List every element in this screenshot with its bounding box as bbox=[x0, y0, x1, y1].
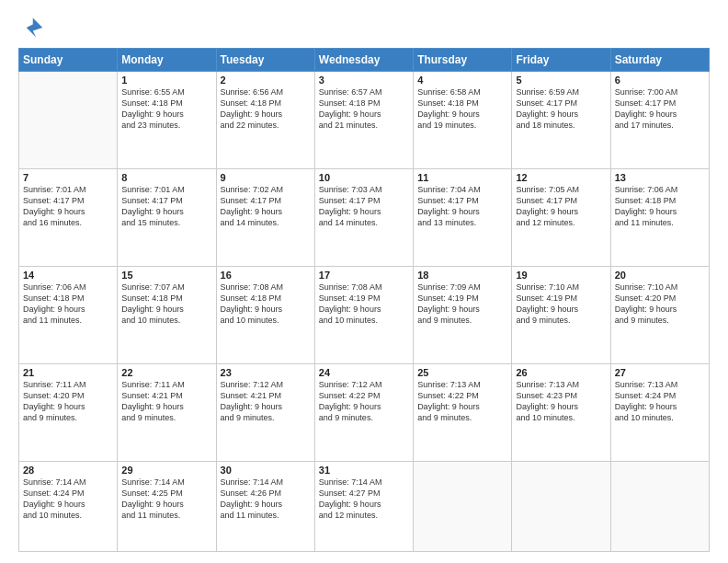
day-number: 22 bbox=[121, 367, 211, 378]
day-number: 30 bbox=[221, 465, 311, 476]
calendar-cell: 22Sunrise: 7:11 AM Sunset: 4:21 PM Dayli… bbox=[118, 363, 216, 461]
calendar-cell: 26Sunrise: 7:13 AM Sunset: 4:23 PM Dayli… bbox=[512, 363, 610, 461]
cell-info: Sunrise: 7:14 AM Sunset: 4:25 PM Dayligh… bbox=[121, 477, 211, 522]
weekday-monday: Monday bbox=[118, 49, 216, 72]
calendar-cell: 27Sunrise: 7:13 AM Sunset: 4:24 PM Dayli… bbox=[610, 363, 709, 461]
calendar-cell: 24Sunrise: 7:12 AM Sunset: 4:22 PM Dayli… bbox=[314, 363, 413, 461]
day-number: 27 bbox=[615, 367, 705, 378]
day-number: 15 bbox=[121, 270, 211, 281]
day-number: 25 bbox=[417, 367, 507, 378]
calendar-cell: 17Sunrise: 7:08 AM Sunset: 4:19 PM Dayli… bbox=[314, 266, 413, 363]
day-number: 16 bbox=[221, 270, 311, 281]
calendar-cell bbox=[414, 461, 512, 552]
day-number: 9 bbox=[221, 172, 311, 183]
day-number: 21 bbox=[23, 367, 113, 378]
day-number: 29 bbox=[121, 465, 211, 476]
day-number: 19 bbox=[516, 270, 606, 281]
calendar-cell: 8Sunrise: 7:01 AM Sunset: 4:17 PM Daylig… bbox=[118, 168, 216, 266]
cell-info: Sunrise: 7:00 AM Sunset: 4:17 PM Dayligh… bbox=[615, 86, 705, 132]
day-number: 18 bbox=[417, 270, 507, 281]
day-number: 11 bbox=[417, 172, 507, 183]
day-number: 3 bbox=[319, 75, 409, 86]
day-number: 12 bbox=[516, 172, 606, 183]
weekday-wednesday: Wednesday bbox=[314, 49, 413, 72]
day-number: 2 bbox=[221, 75, 311, 86]
calendar-cell: 4Sunrise: 6:58 AM Sunset: 4:18 PM Daylig… bbox=[414, 72, 512, 169]
cell-info: Sunrise: 7:09 AM Sunset: 4:19 PM Dayligh… bbox=[417, 282, 507, 327]
weekday-sunday: Sunday bbox=[19, 49, 118, 72]
calendar-cell: 20Sunrise: 7:10 AM Sunset: 4:20 PM Dayli… bbox=[610, 266, 709, 363]
calendar-cell bbox=[512, 461, 610, 552]
cell-info: Sunrise: 7:14 AM Sunset: 4:27 PM Dayligh… bbox=[319, 477, 409, 522]
day-number: 23 bbox=[221, 367, 311, 378]
calendar-cell: 19Sunrise: 7:10 AM Sunset: 4:19 PM Dayli… bbox=[512, 266, 610, 363]
calendar-cell: 15Sunrise: 7:07 AM Sunset: 4:18 PM Dayli… bbox=[118, 266, 216, 363]
cell-info: Sunrise: 6:55 AM Sunset: 4:18 PM Dayligh… bbox=[121, 86, 211, 132]
calendar-cell: 16Sunrise: 7:08 AM Sunset: 4:18 PM Dayli… bbox=[216, 266, 314, 363]
calendar-cell: 2Sunrise: 6:56 AM Sunset: 4:18 PM Daylig… bbox=[216, 72, 314, 169]
weekday-header-row: SundayMondayTuesdayWednesdayThursdayFrid… bbox=[19, 49, 710, 72]
calendar-cell: 30Sunrise: 7:14 AM Sunset: 4:26 PM Dayli… bbox=[216, 461, 314, 552]
header bbox=[18, 15, 710, 40]
calendar-cell: 25Sunrise: 7:13 AM Sunset: 4:22 PM Dayli… bbox=[414, 363, 512, 461]
calendar-cell bbox=[610, 461, 709, 552]
day-number: 20 bbox=[615, 270, 705, 281]
calendar-cell: 14Sunrise: 7:06 AM Sunset: 4:18 PM Dayli… bbox=[19, 266, 118, 363]
cell-info: Sunrise: 7:06 AM Sunset: 4:18 PM Dayligh… bbox=[615, 184, 705, 229]
cell-info: Sunrise: 7:04 AM Sunset: 4:17 PM Dayligh… bbox=[417, 184, 507, 229]
calendar-row-4: 28Sunrise: 7:14 AM Sunset: 4:24 PM Dayli… bbox=[19, 461, 710, 552]
cell-info: Sunrise: 7:12 AM Sunset: 4:21 PM Dayligh… bbox=[221, 379, 311, 424]
calendar-row-2: 14Sunrise: 7:06 AM Sunset: 4:18 PM Dayli… bbox=[19, 266, 710, 363]
cell-info: Sunrise: 7:14 AM Sunset: 4:24 PM Dayligh… bbox=[23, 477, 113, 522]
cell-info: Sunrise: 7:10 AM Sunset: 4:19 PM Dayligh… bbox=[516, 282, 606, 327]
cell-info: Sunrise: 7:12 AM Sunset: 4:22 PM Dayligh… bbox=[319, 379, 409, 424]
calendar-cell: 9Sunrise: 7:02 AM Sunset: 4:17 PM Daylig… bbox=[216, 168, 314, 266]
logo-icon bbox=[18, 15, 44, 40]
cell-info: Sunrise: 7:13 AM Sunset: 4:22 PM Dayligh… bbox=[417, 379, 507, 424]
calendar-cell: 7Sunrise: 7:01 AM Sunset: 4:17 PM Daylig… bbox=[19, 168, 118, 266]
cell-info: Sunrise: 7:07 AM Sunset: 4:18 PM Dayligh… bbox=[121, 282, 211, 327]
calendar-cell: 12Sunrise: 7:05 AM Sunset: 4:17 PM Dayli… bbox=[512, 168, 610, 266]
cell-info: Sunrise: 7:03 AM Sunset: 4:17 PM Dayligh… bbox=[319, 184, 409, 229]
calendar-cell: 1Sunrise: 6:55 AM Sunset: 4:18 PM Daylig… bbox=[118, 72, 216, 169]
weekday-friday: Friday bbox=[512, 49, 610, 72]
calendar-cell: 13Sunrise: 7:06 AM Sunset: 4:18 PM Dayli… bbox=[610, 168, 709, 266]
day-number: 26 bbox=[516, 367, 606, 378]
calendar-row-3: 21Sunrise: 7:11 AM Sunset: 4:20 PM Dayli… bbox=[19, 363, 710, 461]
day-number: 7 bbox=[23, 172, 113, 183]
day-number: 5 bbox=[516, 75, 606, 86]
cell-info: Sunrise: 7:01 AM Sunset: 4:17 PM Dayligh… bbox=[23, 184, 113, 229]
weekday-saturday: Saturday bbox=[610, 49, 709, 72]
weekday-tuesday: Tuesday bbox=[216, 49, 314, 72]
day-number: 6 bbox=[615, 75, 705, 86]
cell-info: Sunrise: 7:10 AM Sunset: 4:20 PM Dayligh… bbox=[615, 282, 705, 327]
cell-info: Sunrise: 7:13 AM Sunset: 4:23 PM Dayligh… bbox=[516, 379, 606, 424]
calendar-cell: 29Sunrise: 7:14 AM Sunset: 4:25 PM Dayli… bbox=[118, 461, 216, 552]
cell-info: Sunrise: 7:11 AM Sunset: 4:21 PM Dayligh… bbox=[121, 379, 211, 424]
calendar-cell: 28Sunrise: 7:14 AM Sunset: 4:24 PM Dayli… bbox=[19, 461, 118, 552]
calendar-header: SundayMondayTuesdayWednesdayThursdayFrid… bbox=[19, 49, 710, 72]
calendar-cell: 21Sunrise: 7:11 AM Sunset: 4:20 PM Dayli… bbox=[19, 363, 118, 461]
cell-info: Sunrise: 6:59 AM Sunset: 4:17 PM Dayligh… bbox=[516, 86, 606, 132]
day-number: 28 bbox=[23, 465, 113, 476]
cell-info: Sunrise: 7:06 AM Sunset: 4:18 PM Dayligh… bbox=[23, 282, 113, 327]
day-number: 17 bbox=[319, 270, 409, 281]
cell-info: Sunrise: 6:58 AM Sunset: 4:18 PM Dayligh… bbox=[417, 86, 507, 132]
calendar-cell: 3Sunrise: 6:57 AM Sunset: 4:18 PM Daylig… bbox=[314, 72, 413, 169]
day-number: 31 bbox=[319, 465, 409, 476]
cell-info: Sunrise: 7:05 AM Sunset: 4:17 PM Dayligh… bbox=[516, 184, 606, 229]
cell-info: Sunrise: 6:56 AM Sunset: 4:18 PM Dayligh… bbox=[221, 86, 311, 132]
calendar-cell: 31Sunrise: 7:14 AM Sunset: 4:27 PM Dayli… bbox=[314, 461, 413, 552]
cell-info: Sunrise: 7:02 AM Sunset: 4:17 PM Dayligh… bbox=[221, 184, 311, 229]
cell-info: Sunrise: 7:13 AM Sunset: 4:24 PM Dayligh… bbox=[615, 379, 705, 424]
cell-info: Sunrise: 7:01 AM Sunset: 4:17 PM Dayligh… bbox=[121, 184, 211, 229]
calendar-row-1: 7Sunrise: 7:01 AM Sunset: 4:17 PM Daylig… bbox=[19, 168, 710, 266]
calendar-cell: 6Sunrise: 7:00 AM Sunset: 4:17 PM Daylig… bbox=[610, 72, 709, 169]
cell-info: Sunrise: 7:14 AM Sunset: 4:26 PM Dayligh… bbox=[221, 477, 311, 522]
calendar-cell: 10Sunrise: 7:03 AM Sunset: 4:17 PM Dayli… bbox=[314, 168, 413, 266]
day-number: 4 bbox=[417, 75, 507, 86]
cell-info: Sunrise: 6:57 AM Sunset: 4:18 PM Dayligh… bbox=[319, 86, 409, 132]
calendar-cell: 23Sunrise: 7:12 AM Sunset: 4:21 PM Dayli… bbox=[216, 363, 314, 461]
day-number: 24 bbox=[319, 367, 409, 378]
calendar-cell: 18Sunrise: 7:09 AM Sunset: 4:19 PM Dayli… bbox=[414, 266, 512, 363]
